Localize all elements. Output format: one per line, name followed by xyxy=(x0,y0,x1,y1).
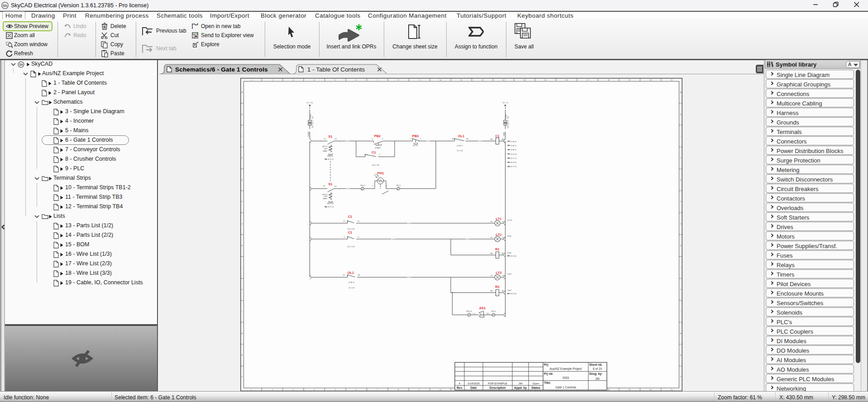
svg-text:6VAC: 6VAC xyxy=(503,132,505,136)
svg-text:1: 1 xyxy=(367,153,368,156)
svg-text:2: 2 xyxy=(386,185,387,187)
svg-text:14: 14 xyxy=(467,238,469,240)
svg-text:3: 3 xyxy=(343,236,345,238)
svg-text:(5-L-1): (5-L-1) xyxy=(502,101,508,104)
svg-text:A1: A1 xyxy=(491,290,493,292)
svg-text:AS1: AS1 xyxy=(479,306,486,310)
svg-text:S1: S1 xyxy=(328,134,332,139)
svg-text:13: 13 xyxy=(408,222,410,225)
svg-text:A2: A2 xyxy=(502,252,505,254)
svg-text:MAN.: MAN. xyxy=(323,197,328,200)
svg-text:23: 23 xyxy=(323,185,325,187)
svg-text:96: 96 xyxy=(466,138,468,140)
svg-text:14: 14 xyxy=(392,238,394,240)
svg-text:1: 1 xyxy=(372,185,373,187)
svg-text:1: 1 xyxy=(410,138,411,140)
svg-text:(5-A-5): (5-A-5) xyxy=(510,140,517,143)
svg-text:S1: S1 xyxy=(328,182,332,186)
svg-text:LT3: LT3 xyxy=(496,271,502,275)
svg-text:R2: R2 xyxy=(495,285,500,289)
svg-text:(6-D-7): (6-D-7) xyxy=(510,157,517,159)
svg-text:(5-A-7): (5-A-7) xyxy=(457,144,463,147)
svg-text:98: 98 xyxy=(358,274,360,276)
svg-text:4: 4 xyxy=(382,138,383,140)
svg-text:15: 15 xyxy=(408,276,410,278)
svg-text:MAN.: MAN. xyxy=(323,150,328,152)
svg-text:11: 11 xyxy=(343,220,345,222)
svg-text:12: 12 xyxy=(357,220,359,222)
svg-text:STOP: STOP xyxy=(507,219,512,221)
svg-text:16: 16 xyxy=(479,140,482,142)
svg-text:14: 14 xyxy=(334,138,337,140)
svg-text:(5-A-7): (5-A-7) xyxy=(348,281,355,283)
svg-text:PB3: PB3 xyxy=(412,134,419,138)
svg-text:12: 12 xyxy=(347,187,349,190)
svg-text:LT2: LT2 xyxy=(496,233,502,237)
svg-text:TRIP: TRIP xyxy=(507,289,511,292)
svg-text:TB2-1 (L)'s - TB2: TB2-1 (L)'s - TB2 xyxy=(507,116,509,128)
svg-text:MAN.: MAN. xyxy=(327,154,333,157)
svg-text:R1: R1 xyxy=(495,247,500,251)
svg-text:3: 3 xyxy=(372,138,373,140)
svg-text:RUN: RUN xyxy=(507,235,511,237)
svg-text:X1: X1 xyxy=(490,220,493,223)
svg-text:OL1: OL1 xyxy=(348,271,354,275)
svg-text:A2: A2 xyxy=(502,290,505,292)
svg-text:(6-H-5): (6-H-5) xyxy=(510,161,517,163)
svg-text:2: 2 xyxy=(420,138,421,140)
svg-text:TB4-10: TB4-10 xyxy=(466,310,472,312)
svg-text:11: 11 xyxy=(347,140,349,142)
svg-text:4: 4 xyxy=(358,236,359,238)
svg-text:(9-D-8): (9-D-8) xyxy=(510,255,516,257)
svg-text:C1: C1 xyxy=(348,230,353,234)
svg-text:(6-F-5): (6-F-5) xyxy=(328,158,334,160)
svg-text:Sk: Sk xyxy=(19,63,23,66)
svg-text:(3-J-4): (3-J-4) xyxy=(349,287,355,289)
svg-text:L1+: L1+ xyxy=(473,312,476,315)
svg-text:OL1: OL1 xyxy=(458,134,465,138)
svg-text:AUTO: AUTO xyxy=(327,202,334,205)
svg-text:X1: X1 xyxy=(490,274,493,277)
svg-text:2: 2 xyxy=(379,153,381,156)
svg-text:(3-J-4): (3-J-4) xyxy=(457,149,463,152)
svg-text:Sk: Sk xyxy=(3,4,7,8)
svg-text:(6-D-13): (6-D-13) xyxy=(372,164,380,166)
svg-text:13: 13 xyxy=(324,138,326,140)
svg-text:(6-D-5): (6-D-5) xyxy=(328,206,334,208)
svg-text:(5-L-15): (5-L-15) xyxy=(306,101,313,104)
svg-text:X1: X1 xyxy=(490,236,493,239)
svg-text:(6-D-13): (6-D-13) xyxy=(348,245,355,248)
svg-text:(9-D-8): (9-D-8) xyxy=(510,292,516,295)
svg-text:TB2-1 (L)'s - TB2: TB2-1 (L)'s - TB2 xyxy=(312,116,314,128)
svg-text:STOP: STOP xyxy=(413,144,418,147)
svg-text:17: 17 xyxy=(427,140,429,142)
svg-text:A1: A1 xyxy=(491,252,493,254)
svg-text:(3-H-4): (3-H-4) xyxy=(510,153,517,155)
svg-text:START: START xyxy=(375,147,381,149)
svg-text:24VAC: 24VAC xyxy=(307,131,310,137)
svg-text:C1: C1 xyxy=(372,150,376,154)
svg-text:N1-: N1- xyxy=(486,312,490,315)
svg-text:(5-A-5): (5-A-5) xyxy=(510,144,517,147)
svg-text:RUN: RUN xyxy=(507,252,511,254)
svg-text:24: 24 xyxy=(334,185,337,187)
svg-text:(5-A-5): (5-A-5) xyxy=(510,148,517,151)
svg-text:TB4-9: TB4-9 xyxy=(396,184,401,187)
svg-text:TB4-4: TB4-4 xyxy=(491,310,496,312)
svg-text:PB2: PB2 xyxy=(374,134,381,138)
svg-text:TB4-1: TB4-1 xyxy=(360,184,366,187)
svg-text:A1: A1 xyxy=(491,138,493,140)
svg-text:95: 95 xyxy=(452,138,454,140)
svg-text:LT1: LT1 xyxy=(496,217,502,221)
svg-text:C1: C1 xyxy=(348,215,353,219)
svg-text:C1: C1 xyxy=(495,134,500,138)
svg-text:PH1: PH1 xyxy=(377,171,384,175)
svg-text:TRIP: TRIP xyxy=(507,273,511,275)
svg-text:(6-D-13): (6-D-13) xyxy=(348,228,355,230)
svg-text:97: 97 xyxy=(343,274,345,276)
svg-text:(6-G-5): (6-G-5) xyxy=(510,165,517,168)
